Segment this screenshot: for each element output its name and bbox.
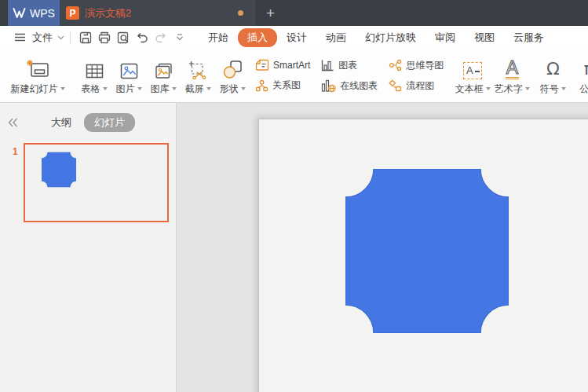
tab-animation[interactable]: 动画: [316, 28, 356, 47]
slide-canvas[interactable]: [259, 119, 588, 392]
screenshot-icon: [188, 60, 207, 79]
tab-slideshow[interactable]: 幻灯片放映: [356, 28, 425, 47]
dropdown-caret-icon: [206, 87, 211, 90]
formula-label: 公式: [579, 82, 588, 96]
mindmap-button[interactable]: 思维导图: [389, 59, 444, 72]
print-icon: [98, 31, 111, 44]
table-icon: [86, 63, 104, 79]
relation-diagram-icon: [255, 79, 268, 92]
dropdown-caret-icon: [103, 87, 108, 90]
document-tab-title: 演示文稿2: [85, 6, 232, 20]
relation-diagram-button[interactable]: 关系图: [255, 79, 310, 92]
chart-icon: [321, 59, 334, 71]
file-menu[interactable]: 文件: [14, 31, 64, 45]
wps-label: WPS: [30, 7, 55, 20]
wps-logo-icon: [13, 7, 26, 19]
concave-corner-square-shape: [42, 152, 76, 188]
hamburger-icon: [14, 33, 26, 42]
menubar-separator: [70, 31, 71, 44]
wordart-label: 艺术字: [495, 82, 523, 96]
new-slide-icon: [26, 59, 49, 79]
screenshot-button[interactable]: 截屏: [181, 49, 215, 102]
slide-thumbnail-1[interactable]: [24, 143, 169, 222]
table-button[interactable]: 表格: [77, 49, 111, 102]
wordart-icon: A: [506, 58, 519, 79]
menubar: 文件: [0, 26, 588, 49]
print-button[interactable]: [95, 29, 114, 46]
undo-button[interactable]: [133, 29, 152, 46]
tab-view[interactable]: 视图: [465, 28, 504, 47]
online-chart-button[interactable]: 在线图表: [321, 79, 378, 93]
textbox-icon-line: [475, 71, 480, 72]
tab-slides[interactable]: 幻灯片: [84, 113, 135, 132]
shapes-label: 形状: [220, 82, 239, 96]
save-button[interactable]: [76, 29, 95, 46]
tab-insert[interactable]: 插入: [238, 28, 277, 47]
symbol-label: 符号: [540, 82, 559, 96]
chart-group: 图表 在线图表: [316, 49, 383, 102]
tab-design[interactable]: 设计: [277, 28, 316, 47]
redo-button-disabled[interactable]: [152, 29, 170, 46]
dropdown-caret-icon: [241, 87, 246, 90]
titlebar: WPS P 演示文稿2 +: [0, 0, 588, 26]
table-label: 表格: [82, 82, 100, 96]
shapes-button[interactable]: 形状: [215, 49, 250, 102]
textbox-icon: A: [463, 62, 482, 79]
symbol-omega-icon: Ω: [546, 59, 560, 79]
dropdown-caret-icon: [525, 87, 530, 90]
flowchart-label: 流程图: [406, 79, 434, 93]
picture-label: 图片: [116, 82, 135, 96]
chevron-down-icon: [176, 34, 184, 41]
document-tab[interactable]: P 演示文稿2: [60, 0, 256, 26]
tab-outline[interactable]: 大纲: [51, 115, 71, 130]
flowchart-button[interactable]: 流程图: [389, 79, 444, 93]
tab-cloud[interactable]: 云服务: [504, 28, 553, 47]
smartart-button[interactable]: SmartArt: [255, 59, 310, 71]
chart-label: 图表: [338, 59, 357, 72]
undo-icon: [136, 32, 148, 43]
wordart-button[interactable]: A 艺术字: [495, 49, 529, 102]
slide-number: 1: [13, 146, 18, 157]
wps-home-button[interactable]: WPS: [8, 0, 60, 26]
online-chart-label: 在线图表: [340, 79, 378, 93]
screenshot-label: 截屏: [185, 82, 204, 96]
quickbar-more-button[interactable]: [170, 29, 189, 46]
relation-diagram-label: 关系图: [272, 79, 301, 92]
mindmap-label: 思维导图: [406, 59, 444, 72]
textbox-label: 文本框: [455, 82, 484, 96]
collapse-panel-icon[interactable]: [8, 118, 18, 127]
dropdown-caret-icon: [486, 87, 491, 90]
dropdown-caret-icon: [561, 87, 566, 90]
gallery-label: 图库: [151, 82, 170, 96]
print-preview-button[interactable]: [114, 29, 133, 46]
gallery-icon: [155, 63, 173, 79]
file-menu-label: 文件: [32, 31, 53, 45]
gallery-button[interactable]: 图库: [146, 49, 181, 102]
slide-panel: 大纲 幻灯片 1: [0, 103, 177, 392]
redo-icon: [155, 32, 167, 43]
new-tab-button[interactable]: +: [256, 0, 284, 26]
formula-button[interactable]: π 公式: [572, 49, 588, 102]
new-slide-label: 新建幻灯片: [11, 82, 58, 96]
new-slide-button[interactable]: 新建幻灯片: [6, 49, 69, 102]
presentation-file-icon: P: [66, 6, 79, 20]
textbox-icon-glyph: A: [466, 64, 473, 76]
ribbon-tab-strip: 开始 插入 设计 动画 幻灯片放映 审阅 视图 云服务: [199, 28, 553, 47]
symbol-button[interactable]: Ω 符号: [535, 49, 570, 102]
smartart-label: SmartArt: [273, 60, 310, 71]
chart-button[interactable]: 图表: [321, 59, 378, 72]
diagram-group: SmartArt 关系图: [250, 49, 316, 102]
textbox-button[interactable]: A 文本框: [455, 49, 490, 102]
concave-corner-square-shape[interactable]: [345, 169, 509, 333]
dropdown-caret-icon: [137, 87, 142, 90]
picture-button[interactable]: 图片: [111, 49, 146, 102]
wps-presentation-window: WPS P 演示文稿2 + 文件: [0, 0, 588, 392]
dropdown-caret-icon: [60, 87, 65, 90]
picture-icon: [120, 63, 138, 79]
tab-review[interactable]: 审阅: [425, 28, 465, 47]
dropdown-caret-icon: [172, 87, 177, 90]
smartart-icon: [255, 59, 269, 71]
tab-home[interactable]: 开始: [199, 28, 238, 47]
shapes-icon: [222, 60, 243, 79]
unsaved-indicator-dot: [238, 10, 243, 16]
